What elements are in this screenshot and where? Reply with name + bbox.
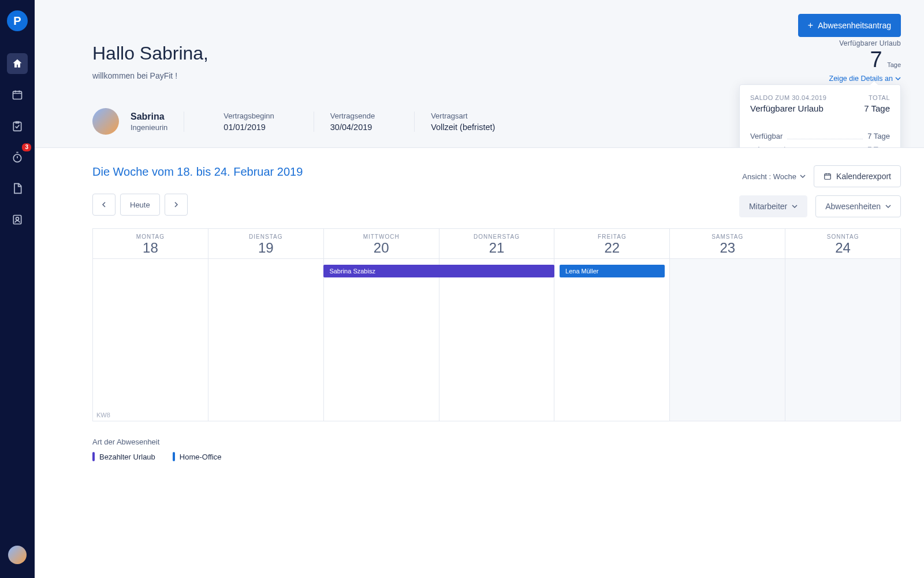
calendar-header-cell: Mittwoch20 xyxy=(323,229,439,259)
calendar-day-cell[interactable] xyxy=(323,259,439,421)
available-leave-box: Verfügbarer Urlaub 7 Tage Zeige die Deta… xyxy=(829,39,901,83)
chevron-down-icon xyxy=(895,76,901,81)
contacts-icon xyxy=(12,214,23,225)
calendar-event[interactable]: Sabrina Szabisz xyxy=(323,265,554,277)
tooltip-main-label: Verfügbarer Urlaub xyxy=(750,103,824,113)
chevron-down-icon xyxy=(885,203,891,209)
contract-type-label: Vertragsart xyxy=(431,112,495,120)
nav-tasks[interactable] xyxy=(7,116,28,136)
next-week-button[interactable] xyxy=(165,194,188,216)
user-role: Ingenieurin xyxy=(131,123,167,132)
absence-request-button[interactable]: + Abwesenheitsantrag xyxy=(798,14,901,37)
calendar-header-cell: Dienstag19 xyxy=(208,229,323,259)
document-icon xyxy=(12,183,23,194)
available-value: 7 xyxy=(870,47,882,72)
calendar-day-cell[interactable] xyxy=(208,259,323,421)
contract-start-label: Vertragsbeginn xyxy=(223,112,274,120)
week-calendar: Montag18Dienstag19Mittwoch20Donnerstag21… xyxy=(92,228,901,421)
show-details-link[interactable]: Zeige die Details an xyxy=(829,75,901,83)
chevron-left-icon xyxy=(101,202,107,208)
calendar-day-cell[interactable] xyxy=(554,259,669,421)
greeting: Hallo Sabrina, xyxy=(92,43,901,64)
chevron-down-icon xyxy=(792,203,798,209)
calendar-day-cell[interactable] xyxy=(669,259,785,421)
plus-icon: + xyxy=(808,20,813,31)
calendar-event[interactable]: Lena Müller xyxy=(560,265,665,277)
user-name: Sabrina xyxy=(131,112,167,122)
filter-absences-button[interactable]: Abwesenheiten xyxy=(815,195,901,217)
clipboard-check-icon xyxy=(12,120,23,132)
today-button[interactable]: Heute xyxy=(120,194,160,216)
notification-badge: 3 xyxy=(22,143,31,151)
contract-end-label: Vertragsende xyxy=(330,112,375,120)
subtitle: willkommen bei PayFit ! xyxy=(92,71,901,80)
nav-calendar[interactable] xyxy=(7,84,28,105)
chevron-right-icon xyxy=(173,202,179,208)
calendar-day-cell[interactable] xyxy=(785,259,900,421)
balance-date-label: SALDO ZUM 30.04.2019 xyxy=(750,94,826,101)
available-label: Verfügbarer Urlaub xyxy=(829,39,901,47)
user-avatar[interactable] xyxy=(92,108,119,135)
svg-point-4 xyxy=(16,217,19,220)
available-unit: Tage xyxy=(887,61,901,68)
contract-start-value: 01/01/2019 xyxy=(223,123,274,132)
chevron-down-icon xyxy=(800,173,806,179)
contract-type-value: Vollzeit (befristet) xyxy=(431,123,495,132)
calendar-day-cell[interactable] xyxy=(93,259,208,421)
contract-end-value: 30/04/2019 xyxy=(330,123,375,132)
calendar-header-cell: Montag18 xyxy=(93,229,208,259)
nav-contacts[interactable] xyxy=(7,209,28,230)
nav-time[interactable]: 3 xyxy=(7,147,28,168)
calendar-header-cell: Freitag22 xyxy=(554,229,669,259)
calendar-export-button[interactable]: Kalenderexport xyxy=(814,165,901,187)
calendar-export-icon xyxy=(824,172,832,180)
app-logo[interactable]: P xyxy=(7,10,28,31)
calendar-icon xyxy=(12,89,23,101)
calendar-header-cell: Samstag23 xyxy=(669,229,785,259)
calendar-header-cell: Sonntag24 xyxy=(785,229,900,259)
tooltip-main-value: 7 Tage xyxy=(864,103,890,113)
svg-rect-0 xyxy=(13,91,22,99)
user-avatar-small[interactable] xyxy=(8,546,27,564)
total-label: TOTAL xyxy=(869,94,890,101)
nav-home[interactable] xyxy=(7,53,28,74)
nav-documents[interactable] xyxy=(7,178,28,199)
stopwatch-icon xyxy=(12,151,23,163)
calendar-header-cell: Donnerstag21 xyxy=(439,229,554,259)
tooltip-row: Verfügbar 7 Tage xyxy=(750,129,890,143)
svg-rect-5 xyxy=(825,174,831,179)
sidebar: P 3 xyxy=(0,0,35,578)
absence-request-label: Abwesenheitsantrag xyxy=(818,21,891,30)
calendar-day-cell[interactable] xyxy=(439,259,554,421)
home-icon xyxy=(12,58,23,69)
filter-employees-button[interactable]: Mitarbeiter xyxy=(739,195,807,217)
legend-item: Home-Office xyxy=(173,452,222,461)
legend-item: Bezahlter Urlaub xyxy=(92,452,155,461)
view-select[interactable]: Ansicht : Woche xyxy=(742,172,806,181)
svg-point-2 xyxy=(13,154,21,162)
prev-week-button[interactable] xyxy=(92,194,116,216)
legend-title: Art der Abwesenheit xyxy=(92,438,901,446)
